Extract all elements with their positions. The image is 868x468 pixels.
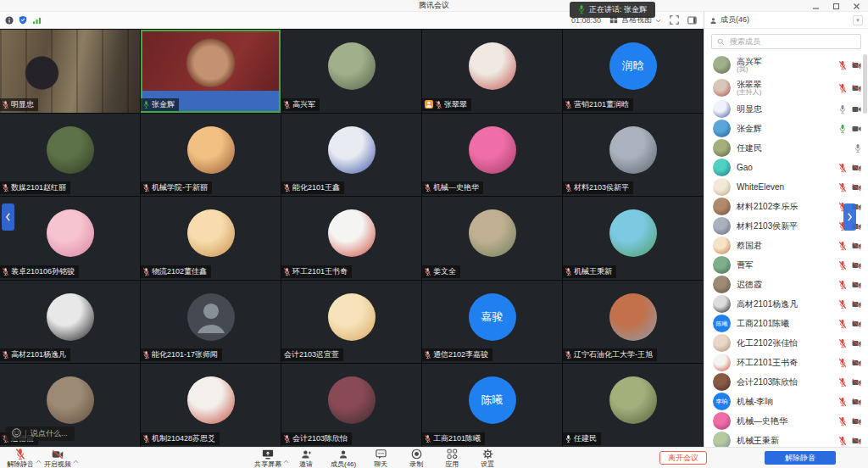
tile-name-label: 机制210428苏思爻 bbox=[141, 432, 220, 445]
apps-button[interactable]: 应用 bbox=[441, 448, 463, 468]
video-tile[interactable]: 嘉骏通信2102李嘉骏 bbox=[422, 281, 562, 364]
video-tile[interactable]: 姜文全 bbox=[422, 197, 562, 280]
video-tile[interactable]: 陈曦工商2101陈曦 bbox=[422, 364, 562, 447]
video-tile[interactable]: 机械王秉新 bbox=[563, 197, 703, 280]
maximize-button[interactable] bbox=[831, 1, 841, 11]
member-row[interactable]: 张翠翠(主持人) bbox=[704, 76, 868, 99]
search-icon bbox=[717, 34, 725, 49]
member-row[interactable]: 会计2103陈欣怡 bbox=[704, 372, 868, 392]
chevron-up-icon[interactable] bbox=[36, 452, 42, 467]
video-tile[interactable]: 明显忠 bbox=[0, 30, 140, 113]
member-row[interactable]: 高兴军(我) bbox=[704, 53, 868, 76]
video-tile[interactable]: 高兴军 bbox=[281, 30, 421, 113]
sidebar-unmute-all-button[interactable]: 解除静音 bbox=[765, 451, 836, 465]
member-row[interactable]: 蔡国君 bbox=[704, 236, 868, 255]
mic-muted-icon bbox=[839, 338, 846, 348]
participant-name: 机械王秉新 bbox=[574, 266, 612, 277]
sidebar-toggle-button[interactable] bbox=[687, 13, 697, 28]
video-tile[interactable]: 能化2101-17张师闻 bbox=[141, 281, 281, 364]
video-tile[interactable]: 能化2101王鑫 bbox=[281, 114, 421, 197]
video-grid: 明显忠张金辉高兴军张翠翠润晗营销2101董润晗数媒2101赵红丽机械学院-于新丽… bbox=[0, 30, 703, 447]
member-row[interactable]: 迟德霞 bbox=[704, 275, 868, 294]
participant-name: 机械学院-于新丽 bbox=[152, 182, 208, 193]
video-tile[interactable]: 高材2101杨逸凡 bbox=[0, 281, 140, 364]
member-search-box[interactable] bbox=[711, 34, 861, 49]
previous-page-arrow[interactable] bbox=[2, 203, 14, 231]
member-avatar bbox=[713, 237, 731, 254]
video-tile[interactable]: 机械—史艳华 bbox=[422, 114, 562, 197]
members-button[interactable]: 成员(46) bbox=[331, 448, 356, 468]
participant-name: 机械—史艳华 bbox=[433, 182, 479, 193]
member-row[interactable]: 化工2102张佳怡 bbox=[704, 333, 868, 353]
video-tile[interactable]: 张金辉 bbox=[141, 30, 281, 113]
fullscreen-button[interactable] bbox=[670, 13, 679, 28]
tile-name-label: 张金辉 bbox=[141, 98, 179, 111]
video-tile[interactable]: 材料2103侯新平 bbox=[563, 114, 703, 197]
mic-muted-icon bbox=[284, 434, 290, 443]
mic-muted-icon bbox=[839, 416, 846, 426]
mic-muted-icon bbox=[436, 100, 442, 109]
video-tile[interactable]: 会计2103陈欣怡 bbox=[281, 364, 421, 447]
video-tile[interactable]: 机械学院-于新丽 bbox=[141, 114, 281, 197]
member-row[interactable]: 明显忠 bbox=[704, 99, 868, 119]
sidebar-more-button[interactable]: ▾ bbox=[853, 15, 863, 25]
scrollbar-thumb[interactable] bbox=[863, 54, 867, 114]
member-row[interactable]: 李响机械-李响 bbox=[704, 392, 868, 411]
member-search-input[interactable] bbox=[728, 36, 855, 47]
camera-off-icon bbox=[852, 437, 861, 444]
member-row[interactable]: 陈曦工商2101陈曦 bbox=[704, 314, 868, 333]
participant-avatar bbox=[187, 293, 235, 341]
member-row[interactable]: 机械王秉新 bbox=[704, 431, 868, 447]
meeting-window: 腾讯会议 正在讲话: 张金辉 01:08:30 宫格视图 明 bbox=[0, 0, 868, 468]
chevron-up-icon[interactable] bbox=[73, 452, 79, 467]
quick-chat-bar[interactable]: 说点什么... bbox=[5, 426, 75, 441]
chat-button[interactable]: 聊天 bbox=[370, 448, 392, 468]
member-row[interactable]: Gao bbox=[704, 158, 868, 177]
video-tile[interactable]: 张翠翠 bbox=[422, 30, 562, 113]
participant-avatar bbox=[609, 126, 657, 174]
next-page-arrow[interactable] bbox=[843, 203, 856, 231]
security-shield-icon[interactable] bbox=[19, 13, 27, 28]
chevron-up-icon[interactable] bbox=[283, 452, 289, 467]
participant-avatar: 嘉骏 bbox=[469, 293, 516, 341]
camera-on-icon bbox=[852, 125, 861, 132]
leave-meeting-button[interactable]: 离开会议 bbox=[659, 451, 707, 465]
video-tile[interactable]: 物流2102董佳鑫 bbox=[141, 197, 281, 280]
meeting-info-icon[interactable] bbox=[5, 13, 14, 28]
meeting-actions: 共享屏幕邀请成员(46)聊天录制应用设置 bbox=[254, 448, 498, 468]
video-tile[interactable]: 润晗营销2101董润晗 bbox=[563, 30, 703, 113]
quick-chat-placeholder[interactable]: 说点什么... bbox=[31, 428, 68, 439]
mic-off-button[interactable]: 解除静音 bbox=[7, 448, 34, 468]
participant-avatar bbox=[328, 209, 376, 257]
network-signal-icon[interactable] bbox=[32, 13, 42, 28]
member-row[interactable]: 高材2101杨逸凡 bbox=[704, 294, 868, 314]
cam-off-button[interactable]: 开启视频 bbox=[44, 448, 71, 468]
video-tile[interactable]: 数媒2101赵红丽 bbox=[0, 114, 140, 197]
member-row[interactable]: 曹军 bbox=[704, 255, 868, 275]
mic-muted-icon bbox=[3, 350, 8, 359]
settings-button[interactable]: 设置 bbox=[476, 448, 498, 468]
video-tile[interactable]: 环工2101王书奇 bbox=[281, 197, 421, 280]
minimize-button[interactable] bbox=[810, 1, 821, 11]
member-avatar bbox=[713, 139, 731, 157]
member-row[interactable]: 任建民 bbox=[704, 138, 868, 158]
video-tile[interactable]: 机制210428苏思爻 bbox=[141, 364, 281, 447]
member-row[interactable]: 机械—史艳华 bbox=[704, 411, 868, 431]
video-tile[interactable]: 装卓210106孙铭骏 bbox=[0, 197, 140, 280]
screen-button[interactable]: 共享屏幕 bbox=[254, 448, 281, 468]
member-status-icons bbox=[854, 143, 861, 153]
tile-name-label: 能化2101-17张师闻 bbox=[141, 348, 222, 361]
record-button[interactable]: 录制 bbox=[405, 448, 427, 468]
member-row[interactable]: 张金辉 bbox=[704, 119, 868, 138]
member-text: 迟德霞 bbox=[737, 280, 762, 289]
emoji-icon[interactable] bbox=[12, 428, 21, 439]
video-tile[interactable]: 会计2103迟宜萱 bbox=[281, 281, 421, 364]
invite-button[interactable]: 邀请 bbox=[295, 448, 317, 468]
member-row[interactable]: WhiteEleven bbox=[704, 177, 868, 197]
close-button[interactable] bbox=[851, 1, 861, 11]
camera-off-icon bbox=[852, 301, 861, 308]
member-row[interactable]: 环工2101王书奇 bbox=[704, 353, 868, 372]
video-tile[interactable]: 任建民 bbox=[563, 364, 703, 447]
video-tile[interactable]: 辽宁石油化工大学-王旭 bbox=[563, 281, 703, 364]
member-avatar bbox=[713, 100, 731, 118]
